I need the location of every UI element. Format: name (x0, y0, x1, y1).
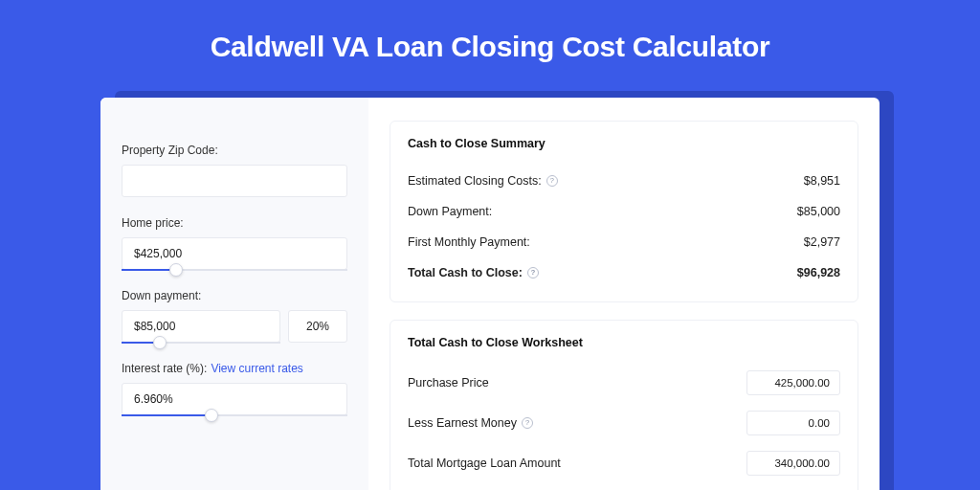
summary-total-value: $96,928 (797, 266, 840, 279)
worksheet-row: Total Mortgage Loan Amount 340,000.00 (408, 443, 840, 483)
worksheet-row-value[interactable]: 340,000.00 (746, 451, 840, 476)
summary-total-label: Total Cash to Close: (408, 266, 523, 279)
slider-thumb[interactable] (153, 336, 167, 349)
summary-row-value: $8,951 (804, 174, 840, 188)
results-panel: Cash to Close Summary Estimated Closing … (368, 98, 880, 490)
help-icon[interactable]: ? (546, 175, 558, 187)
summary-row: Down Payment: $85,000 (408, 196, 840, 227)
worksheet-row: Less Earnest Money ? 0.00 (408, 403, 840, 443)
zip-label: Property Zip Code: (122, 144, 347, 157)
cash-to-close-summary: Cash to Close Summary Estimated Closing … (390, 121, 858, 302)
worksheet-row-value[interactable]: 425,000.00 (746, 370, 840, 395)
down-payment-label: Down payment: (122, 289, 347, 302)
summary-total-row: Total Cash to Close: ? $96,928 (408, 257, 840, 288)
summary-row: First Monthly Payment: $2,977 (408, 227, 840, 257)
interest-rate-label: Interest rate (%): View current rates (122, 362, 347, 375)
worksheet-row-label: Purchase Price (408, 376, 489, 390)
zip-input[interactable] (122, 165, 347, 197)
zip-field: Property Zip Code: (122, 144, 347, 197)
summary-row-label: First Monthly Payment: (408, 235, 530, 249)
worksheet-row-value[interactable]: 0.00 (746, 411, 840, 435)
interest-rate-slider[interactable]: 6.960% (122, 383, 347, 415)
inputs-sidebar: Property Zip Code: Home price: $425,000 … (100, 98, 368, 490)
interest-rate-field: Interest rate (%): View current rates 6.… (122, 362, 347, 415)
slider-fill (122, 269, 176, 271)
slider-thumb[interactable] (205, 409, 218, 422)
down-payment-percent-input[interactable]: 20% (288, 310, 347, 343)
view-rates-link[interactable]: View current rates (211, 362, 303, 375)
interest-rate-label-text: Interest rate (%): (122, 362, 207, 375)
down-payment-input[interactable]: $85,000 (122, 310, 280, 343)
home-price-input[interactable]: $425,000 (122, 237, 347, 270)
down-payment-field: Down payment: $85,000 20% (122, 289, 347, 343)
home-price-label: Home price: (122, 216, 347, 230)
interest-rate-input[interactable]: 6.960% (122, 383, 347, 415)
help-icon[interactable]: ? (522, 417, 533, 429)
summary-row-label: Estimated Closing Costs: (408, 174, 542, 188)
worksheet-row-label: Total Mortgage Loan Amount (408, 457, 561, 470)
help-icon[interactable]: ? (527, 267, 539, 278)
worksheet-row: Purchase Price 425,000.00 (408, 363, 840, 403)
page-title: Caldwell VA Loan Closing Cost Calculator (0, 0, 980, 63)
down-payment-slider[interactable]: $85,000 (122, 310, 280, 343)
worksheet-row: Total Second Mortgage Amount ? (408, 483, 840, 490)
summary-row-value: $85,000 (797, 205, 840, 218)
summary-row: Estimated Closing Costs: ? $8,951 (408, 166, 840, 196)
summary-row-value: $2,977 (804, 235, 840, 249)
summary-heading: Cash to Close Summary (408, 137, 840, 150)
home-price-slider[interactable]: $425,000 (122, 237, 347, 270)
home-price-field: Home price: $425,000 (122, 216, 347, 270)
cash-to-close-worksheet: Total Cash to Close Worksheet Purchase P… (390, 320, 858, 490)
slider-thumb[interactable] (169, 263, 183, 277)
slider-fill (122, 414, 212, 416)
worksheet-heading: Total Cash to Close Worksheet (408, 336, 840, 349)
summary-row-label: Down Payment: (408, 205, 492, 218)
calculator-card: Property Zip Code: Home price: $425,000 … (100, 98, 880, 490)
worksheet-row-label: Less Earnest Money (408, 416, 517, 430)
